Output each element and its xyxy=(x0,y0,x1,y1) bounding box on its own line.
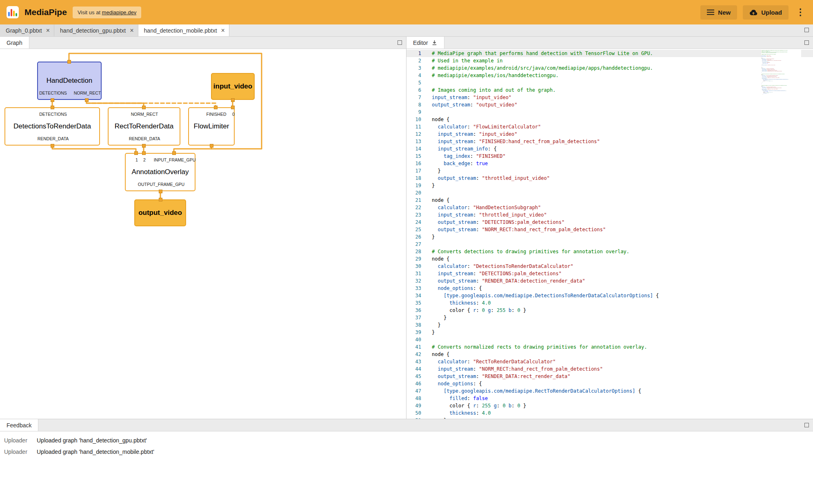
close-tab-icon[interactable]: × xyxy=(221,27,225,34)
graph-back-edge xyxy=(87,103,215,107)
line-number: 25 xyxy=(406,226,432,233)
feedback-panel: Feedback UploaderUploaded graph 'hand_de… xyxy=(0,419,813,504)
download-icon[interactable] xyxy=(431,40,438,46)
feedback-tab-label: Feedback xyxy=(7,422,31,429)
line-number: 24 xyxy=(406,219,432,226)
file-tab[interactable]: Graph_0.pbtxt× xyxy=(0,24,54,36)
code-line: 39} xyxy=(406,329,813,336)
code-line-text: node { xyxy=(432,351,449,358)
more-options-icon[interactable]: ⋮ xyxy=(794,8,806,17)
graph-node-input_video[interactable]: input_video xyxy=(211,73,255,100)
maximize-tabbar-icon[interactable] xyxy=(804,28,809,32)
port-label: FINISHED xyxy=(206,112,226,117)
port-square xyxy=(231,98,235,102)
code-line-text: input_stream: "throttled_input_video" xyxy=(432,211,547,219)
code-line-text: output_stream: "RENDER_DATA:detection_re… xyxy=(432,277,585,285)
code-line: 31 input_stream: "DETECTIONS:palm_detect… xyxy=(406,270,813,277)
code-line: 27 xyxy=(406,241,813,248)
graph-panel-tab[interactable]: Graph xyxy=(0,37,29,49)
editor-panel-tab[interactable]: Editor xyxy=(406,37,444,49)
code-line-text: color { r: 0 g: 255 b: 0 } xyxy=(432,307,526,314)
upload-button-label: Upload xyxy=(761,9,782,16)
file-tab[interactable]: hand_detection_mobile.pbtxt× xyxy=(138,24,229,36)
code-line-text: # Used in the example in xyxy=(432,57,502,64)
line-number: 11 xyxy=(406,123,432,130)
code-line-text: [type.googleapis.com/mediapipe.RectToRen… xyxy=(432,387,641,395)
line-number: 35 xyxy=(406,299,432,307)
code-line: 9 xyxy=(406,108,813,116)
code-line-text: calculator: "HandDetectionSubgraph" xyxy=(432,204,541,211)
code-line: 4# mediapipie/examples/ios/handdetection… xyxy=(406,72,813,79)
code-line: 45 output_stream: "RENDER_DATA:rect_rend… xyxy=(406,373,813,380)
maximize-editor-panel-icon[interactable] xyxy=(804,40,809,45)
maximize-graph-panel-icon[interactable] xyxy=(398,40,402,45)
line-number: 27 xyxy=(406,241,432,248)
node-title: input_video xyxy=(212,82,254,91)
line-number: 44 xyxy=(406,365,432,373)
line-number: 21 xyxy=(406,197,432,204)
graph-node-output_video[interactable]: output_video xyxy=(134,199,186,226)
code-line: 30 calculator: "DetectionsToRenderDataCa… xyxy=(406,263,813,270)
port-square xyxy=(142,106,146,109)
line-number: 38 xyxy=(406,321,432,329)
code-line-text: [type.googleapis.com/mediapipe.Detection… xyxy=(432,292,659,299)
close-tab-icon[interactable]: × xyxy=(46,27,50,34)
code-line-text: calculator: "FlowLimiterCalculator" xyxy=(432,123,541,130)
line-number: 42 xyxy=(406,351,432,358)
port-label: OUTPUT_FRAME_GPU xyxy=(138,182,184,187)
line-number: 17 xyxy=(406,167,432,175)
line-number: 1 xyxy=(406,50,432,57)
code-line: 5 xyxy=(406,79,813,86)
code-editor[interactable]: 1# MediaPipe graph that performs hand de… xyxy=(406,49,813,419)
graph-canvas[interactable]: HandDetectionDETECTIONSNORM_RECTinput_vi… xyxy=(0,49,406,419)
mediapipe-dev-link[interactable]: mediapipe.dev xyxy=(102,9,137,15)
line-number: 39 xyxy=(406,329,432,336)
log-source: Uploader xyxy=(4,449,37,455)
port-label: 2 xyxy=(143,157,146,162)
code-line: 47 [type.googleapis.com/mediapipe.RectTo… xyxy=(406,387,813,395)
log-source: Uploader xyxy=(4,437,37,444)
code-line-text: input_stream_info: { xyxy=(432,145,497,153)
line-number: 20 xyxy=(406,189,432,197)
file-tab[interactable]: hand_detection_gpu.pbtxt× xyxy=(54,24,138,36)
code-line: 49 color { r: 255 g: 0 b: 0 } xyxy=(406,402,813,409)
code-line: 28# Converts detections to drawing primi… xyxy=(406,248,813,255)
line-number: 47 xyxy=(406,387,432,395)
code-line: 40 xyxy=(406,336,813,343)
code-line-text: thickness: 4.0 xyxy=(432,299,491,307)
code-line: 38 } xyxy=(406,321,813,329)
code-line: 32 output_stream: "RENDER_DATA:detection… xyxy=(406,277,813,285)
maximize-feedback-panel-icon[interactable] xyxy=(804,423,809,427)
port-square xyxy=(231,106,235,109)
code-line-text: input_stream: "input_video" xyxy=(432,130,518,138)
code-line: 48 filled: false xyxy=(406,395,813,402)
graph-panel-header: Graph xyxy=(0,37,406,49)
visit-us-chip: Visit us at mediapipe.dev xyxy=(73,7,141,18)
new-button[interactable]: New xyxy=(700,5,737,20)
editor-minimap[interactable]: # MediaPipe graph that performs hand det… xyxy=(761,50,801,419)
line-number: 46 xyxy=(406,380,432,387)
code-line-text: node_options: { xyxy=(432,380,482,387)
graph-node-DetectionsToRenderData[interactable]: DetectionsToRenderDataDETECTIONSRENDER_D… xyxy=(4,107,100,146)
graph-node-RectToRenderData[interactable]: RectToRenderDataNORM_RECTRENDER_DATA xyxy=(108,107,180,146)
graph-node-FlowLimiter[interactable]: FlowLimiterFINISHED0 xyxy=(188,107,235,146)
port-label: DETECTIONS xyxy=(39,91,67,95)
line-number: 22 xyxy=(406,204,432,211)
feedback-panel-tab[interactable]: Feedback xyxy=(0,419,38,431)
line-number: 4 xyxy=(406,72,432,79)
graph-node-HandDetection[interactable]: HandDetectionDETECTIONSNORM_RECT xyxy=(37,62,102,100)
port-square xyxy=(51,144,54,148)
port-label: DETECTIONS xyxy=(39,112,67,117)
graph-node-AnnotationOverlay[interactable]: AnnotationOverlay12INPUT_FRAME_GPUOUTPUT… xyxy=(125,153,195,191)
log-row: UploaderUploaded graph 'hand_detection_m… xyxy=(4,446,813,458)
line-number: 41 xyxy=(406,343,432,351)
editor-panel-header: Editor xyxy=(406,37,813,49)
close-tab-icon[interactable]: × xyxy=(130,27,133,34)
code-line: 34 [type.googleapis.com/mediapipe.Detect… xyxy=(406,292,813,299)
code-line-text: color { r: 255 g: 0 b: 0 } xyxy=(432,402,526,409)
code-line: 22 calculator: "HandDetectionSubgraph" xyxy=(406,204,813,211)
line-number: 3 xyxy=(406,64,432,72)
upload-button[interactable]: Upload xyxy=(743,5,789,20)
port-square xyxy=(159,198,162,201)
line-number: 10 xyxy=(406,116,432,123)
